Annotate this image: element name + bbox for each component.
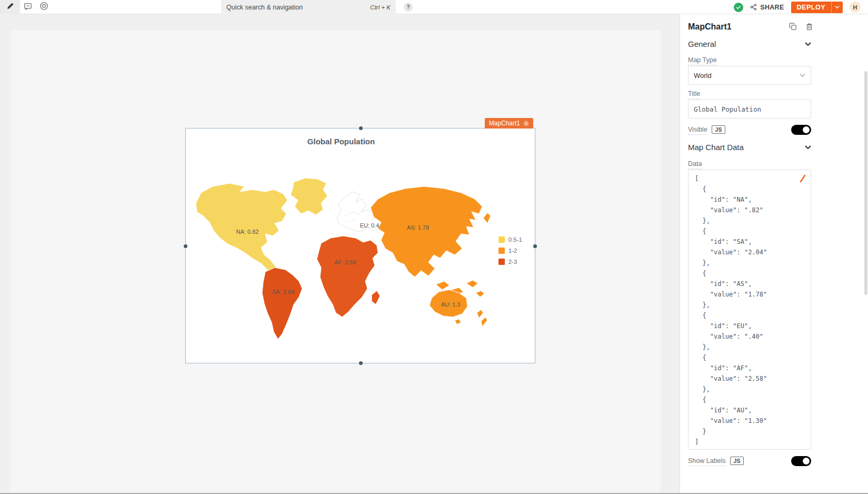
visible-row: Visible JS xyxy=(688,124,811,135)
mapchart-widget[interactable]: MapChart1 Global Population xyxy=(185,128,535,363)
chart-title: Global Population xyxy=(186,137,496,146)
help-button[interactable]: ? xyxy=(404,3,413,12)
legend-item[interactable]: 0.5-1 xyxy=(498,236,522,243)
legend-item[interactable]: 1-2 xyxy=(498,248,522,254)
check-icon xyxy=(736,5,741,10)
map-region-greenland[interactable] xyxy=(291,178,327,215)
widget-name-heading[interactable]: MapChart1 xyxy=(688,22,732,32)
section-general-label: General xyxy=(688,39,716,48)
world-map: NA: 0.82 EU: 0.4 AS: 1.78 AF: 2.58 SA: 2… xyxy=(188,155,504,350)
resize-handle-bottom[interactable] xyxy=(359,361,363,365)
show-labels-label: Show Labels xyxy=(688,457,726,465)
trash-icon xyxy=(805,23,813,31)
visible-toggle[interactable] xyxy=(791,125,811,135)
help-icon: ? xyxy=(406,4,410,10)
top-bar: Quick search & navigation Ctrl + K ? SHA… xyxy=(0,0,868,14)
map-region-japan[interactable] xyxy=(483,213,491,223)
chevron-down-icon xyxy=(805,42,811,46)
avatar-initial: H xyxy=(853,4,857,11)
chart-legend: 0.5-1 1-2 2-3 xyxy=(498,236,522,265)
edit-mode-button[interactable] xyxy=(0,0,20,14)
section-general[interactable]: General xyxy=(688,39,811,48)
legend-label: 0.5-1 xyxy=(508,236,522,243)
map-label-au: AU: 1.3 xyxy=(441,301,461,308)
resize-handle-right[interactable] xyxy=(533,244,537,248)
show-labels-js-toggle-button[interactable]: JS xyxy=(730,457,744,465)
editor-canvas[interactable]: MapChart1 Global Population xyxy=(0,14,679,494)
visible-js-toggle-button[interactable]: JS xyxy=(712,125,726,134)
map-label-sa: SA: 2.04 xyxy=(272,289,294,295)
resize-handle-left[interactable] xyxy=(184,244,187,248)
widget-tag-label: MapChart1 xyxy=(489,120,520,127)
map-type-label: Map Type xyxy=(688,56,717,64)
pencil-icon xyxy=(6,2,14,12)
show-labels-toggle[interactable] xyxy=(791,456,811,466)
app-window: Quick search & navigation Ctrl + K ? SHA… xyxy=(0,0,868,494)
deploy-label: DEPLOY xyxy=(791,2,831,13)
visible-label: Visible xyxy=(688,126,707,133)
widget-name-tag[interactable]: MapChart1 xyxy=(485,118,533,129)
map-label-eu: EU: 0.4 xyxy=(360,222,380,229)
map-type-value: World xyxy=(694,72,712,80)
legend-label: 2-3 xyxy=(508,259,517,265)
map-region-asia[interactable] xyxy=(371,186,482,277)
legend-label: 1-2 xyxy=(508,248,517,254)
chevron-down-icon xyxy=(800,74,805,77)
map-region-tasmania[interactable] xyxy=(455,319,461,324)
section-map-chart-data[interactable]: Map Chart Data xyxy=(688,143,811,152)
map-region-madagascar[interactable] xyxy=(372,291,380,304)
map-region-new-zealand[interactable] xyxy=(477,310,487,327)
deploy-options-button[interactable] xyxy=(831,2,843,13)
chevron-down-icon xyxy=(805,145,811,150)
copy-icon xyxy=(789,23,797,31)
data-label: Data xyxy=(688,160,702,167)
map-label-na: NA: 0.82 xyxy=(236,229,259,235)
resize-handle-top[interactable] xyxy=(359,126,363,130)
map-region-africa[interactable] xyxy=(317,236,378,317)
quick-search-input[interactable]: Quick search & navigation Ctrl + K xyxy=(221,0,396,14)
data-code-editor[interactable]: [ { "id": "NA", "value": ".82" }, { "id"… xyxy=(688,170,811,450)
map-label-af: AF: 2.58 xyxy=(334,259,356,265)
view-mode-icon xyxy=(39,2,48,13)
legend-swatch xyxy=(498,236,505,243)
toggle-knob xyxy=(803,126,810,133)
panel-scrollbar[interactable] xyxy=(864,71,867,295)
show-labels-row: Show Labels JS xyxy=(688,455,811,467)
slash-command-icon[interactable] xyxy=(799,174,806,185)
view-mode-button[interactable] xyxy=(36,0,52,14)
search-placeholder: Quick search & navigation xyxy=(226,4,303,11)
map-label-as: AS: 1.78 xyxy=(407,224,429,231)
title-input-value: Global Population xyxy=(694,105,761,113)
legend-item[interactable]: 2-3 xyxy=(498,259,522,265)
map-region-south-america[interactable] xyxy=(262,268,302,339)
share-label: SHARE xyxy=(760,4,784,11)
legend-swatch xyxy=(498,259,505,265)
delete-widget-button[interactable] xyxy=(805,23,813,31)
share-button[interactable]: SHARE xyxy=(750,4,784,11)
title-label: Title xyxy=(688,90,700,97)
deploy-button[interactable]: DEPLOY xyxy=(791,2,843,13)
toggle-knob xyxy=(803,458,810,465)
search-shortcut: Ctrl + K xyxy=(370,4,391,11)
legend-swatch xyxy=(498,248,505,254)
chevron-down-icon xyxy=(835,6,840,9)
duplicate-widget-button[interactable] xyxy=(789,23,797,31)
share-nodes-icon xyxy=(750,4,757,11)
avatar[interactable]: H xyxy=(850,2,861,13)
map-type-select[interactable]: World xyxy=(688,66,811,85)
comment-icon xyxy=(24,2,32,13)
property-pane: MapChart1 General Map Type World Title G… xyxy=(680,14,868,494)
gear-icon[interactable] xyxy=(523,121,529,126)
title-input[interactable]: Global Population xyxy=(688,100,811,118)
data-code-content: [ { "id": "NA", "value": ".82" }, { "id"… xyxy=(689,170,811,447)
save-status-indicator xyxy=(734,3,743,12)
section-map-chart-data-label: Map Chart Data xyxy=(688,143,744,152)
comments-button[interactable] xyxy=(20,0,36,14)
